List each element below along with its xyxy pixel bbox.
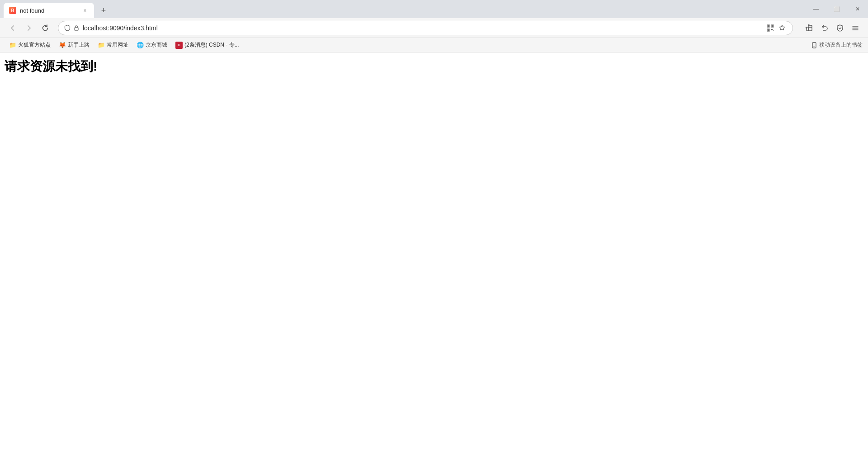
address-bar-icons: [64, 24, 80, 32]
tab-close-button[interactable]: ×: [81, 7, 89, 14]
mobile-bookmarks-button[interactable]: 移动设备上的书签: [811, 41, 863, 49]
svg-rect-13: [812, 43, 816, 48]
svg-rect-6: [768, 29, 769, 31]
address-bar-right-icons: [765, 23, 787, 33]
undo-icon: [821, 24, 828, 32]
bookmark-huohu-label: 火狐官方站点: [18, 41, 51, 49]
extensions-button[interactable]: [802, 21, 816, 35]
mobile-bookmarks-label: 移动设备上的书签: [819, 41, 863, 49]
minimize-button[interactable]: —: [806, 0, 826, 18]
bookmark-jd[interactable]: 🌐 京东商城: [133, 39, 171, 51]
toolbar-right-buttons: [802, 21, 863, 35]
browser-window: B not found × + — ⬜ ✕: [0, 0, 868, 466]
new-tab-button[interactable]: +: [96, 3, 111, 18]
svg-rect-2: [768, 25, 769, 27]
bookmark-newbie-label: 新手上路: [68, 41, 90, 49]
undo-button[interactable]: [817, 21, 832, 35]
url-input[interactable]: [83, 24, 763, 32]
maximize-button[interactable]: ⬜: [826, 0, 847, 18]
bookmark-star-button[interactable]: [777, 23, 787, 33]
brave-shields-button[interactable]: [833, 21, 847, 35]
forward-button[interactable]: [22, 21, 36, 35]
tab-bar: B not found × + — ⬜ ✕: [0, 0, 868, 18]
menu-icon: [852, 24, 859, 32]
bookmark-common-label: 常用网址: [107, 41, 128, 49]
qr-code-button[interactable]: [765, 23, 775, 33]
folder-icon: 📁: [9, 42, 16, 48]
error-heading: 请求资源未找到!: [5, 58, 863, 75]
bookmarks-bar: 📁 火狐官方站点 🦊 新手上路 📁 常用网址 🌐 京东商城 C (2条消息) C…: [0, 38, 868, 52]
address-bar[interactable]: [58, 21, 793, 35]
mobile-icon: [811, 42, 817, 48]
close-window-button[interactable]: ✕: [847, 0, 868, 18]
folder-icon-2: 📁: [98, 42, 105, 48]
tab-title: not found: [20, 7, 78, 14]
brave-shields-icon: [836, 24, 844, 32]
bookmark-common[interactable]: 📁 常用网址: [94, 39, 132, 51]
svg-rect-9: [808, 27, 812, 31]
svg-rect-0: [75, 28, 78, 30]
page-body: 请求资源未找到!: [0, 52, 868, 79]
back-icon: [9, 24, 16, 32]
browser-toolbar: [0, 18, 868, 38]
main-menu-button[interactable]: [848, 21, 863, 35]
firefox-icon: 🦊: [59, 42, 66, 48]
star-icon: [778, 24, 786, 32]
extensions-icon: [805, 24, 813, 32]
page-content: 请求资源未找到!: [0, 52, 868, 466]
active-tab[interactable]: B not found ×: [4, 3, 94, 18]
tab-favicon: B: [9, 7, 16, 14]
globe-icon: 🌐: [137, 42, 144, 48]
bookmark-csdn-label: (2条消息) CSDN - 专...: [184, 41, 239, 49]
forward-icon: [25, 24, 33, 32]
bookmark-huohu[interactable]: 📁 火狐官方站点: [5, 39, 54, 51]
bookmark-csdn[interactable]: C (2条消息) CSDN - 专...: [172, 39, 243, 51]
bookmark-jd-label: 京东商城: [146, 41, 167, 49]
privacy-icon: [64, 24, 71, 32]
bookmark-newbie[interactable]: 🦊 新手上路: [55, 39, 93, 51]
refresh-icon: [42, 24, 49, 32]
csdn-favicon: C: [175, 42, 183, 49]
qr-icon: [766, 24, 774, 32]
refresh-button[interactable]: [38, 21, 52, 35]
back-button[interactable]: [5, 21, 20, 35]
page-info-icon: [73, 24, 80, 32]
svg-rect-4: [772, 25, 773, 27]
